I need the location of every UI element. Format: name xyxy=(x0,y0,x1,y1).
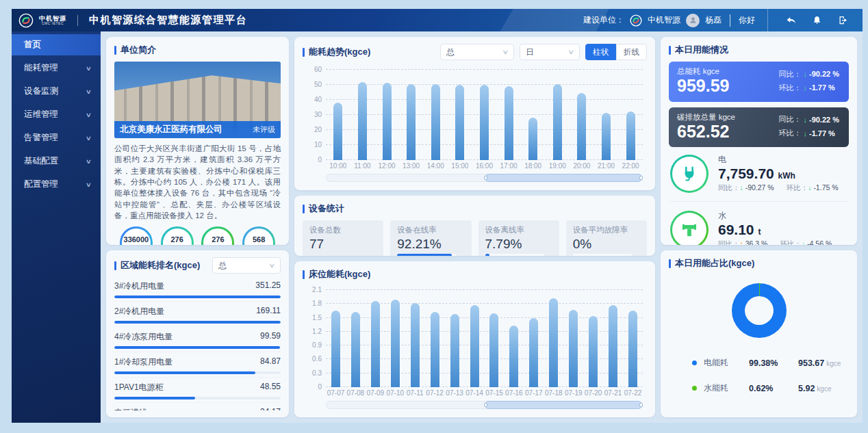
platform-title: 中机智源综合智慧能源管理平台 xyxy=(89,14,247,27)
top-header: 中机智源 CMC IETEC 中机智源综合智慧能源管理平台 建设单位： 中机智源… xyxy=(12,9,863,31)
carbon-yoy-value: -90.22 % xyxy=(809,116,839,124)
x-axis-labels: 10:0011:0012:0013:0014:0015:0016:0017:00… xyxy=(326,162,643,170)
intro-stat-0: 336000㎡建筑面积 xyxy=(116,226,157,245)
data-zoom-window[interactable] xyxy=(485,401,643,409)
ranking-row: 3#冷机用电量351.25 xyxy=(114,276,281,302)
chevron-down-icon: ∨ xyxy=(86,88,92,95)
sidebar-item-4[interactable]: 告警管理∨ xyxy=(12,127,101,148)
sidebar-item-label: 能耗管理 xyxy=(24,62,58,74)
sidebar-item-1[interactable]: 能耗管理∨ xyxy=(12,57,101,79)
arrow-down-icon: ↓ xyxy=(803,83,807,92)
chevron-down-icon: ∨ xyxy=(502,49,509,55)
water-label: 水 xyxy=(718,210,832,222)
rank-name: 1PAV1电源柜 xyxy=(114,382,164,393)
rank-name: 4#冷冻泵用电量 xyxy=(114,331,173,343)
line-view-button[interactable]: 折线 xyxy=(616,44,647,60)
notification-bell-icon[interactable] xyxy=(806,14,827,27)
sidebar-item-6[interactable]: 配置管理∨ xyxy=(12,174,101,195)
chart-bar xyxy=(431,312,439,387)
y-axis-label: 2.1 xyxy=(304,286,322,293)
chart-bar xyxy=(331,311,340,387)
ranking-filter-select[interactable]: 总 ∨ xyxy=(212,257,281,274)
total-energy-kpi: 总能耗 kgce 959.59 同比：↓-90.22 % 环比：↓-1.77 % xyxy=(669,62,849,102)
sidebar-item-label: 基础配置 xyxy=(24,155,58,167)
carbon-label: 碳排放总量 xyxy=(677,113,717,121)
x-axis-label: 12:00 xyxy=(374,162,399,170)
electric-mom: -1.75 % xyxy=(813,183,838,192)
legend-value: 5.92kgce xyxy=(798,384,831,393)
x-axis-label: 20:00 xyxy=(570,162,594,170)
y-axis-label: 0.9 xyxy=(304,341,322,349)
x-axis-label: 07-15 xyxy=(485,389,505,397)
electric-row: 电 7,759.70 kWh 同比：↓ -90.27 % 环比：↓ -1.75 … xyxy=(669,147,849,200)
device-stats-card: 设备统计 设备总数77设备在线率92.21%设备离线率7.79%设备平均故障率0… xyxy=(294,196,655,256)
mom-label: 环比： xyxy=(780,239,802,245)
chart-bar xyxy=(391,300,400,387)
company-description: 公司位于大兴区兴丰街道广阳大街 15 号，占地面积约 2.3 万平方米，建筑面积… xyxy=(114,143,281,221)
chart-bar xyxy=(489,313,498,387)
x-axis-label: 16:00 xyxy=(472,162,497,170)
x-axis-label: 07-09 xyxy=(366,389,385,397)
sidebar-item-2[interactable]: 设备监测∨ xyxy=(12,81,101,102)
user-name[interactable]: 杨磊 xyxy=(705,14,722,26)
x-axis-label: 15:00 xyxy=(448,162,472,170)
y-axis-label: 0.3 xyxy=(304,369,322,377)
rank-value: 169.11 xyxy=(256,306,281,317)
rank-bar-fill xyxy=(114,296,281,298)
chart-bar xyxy=(577,93,586,160)
x-axis-label: 18:00 xyxy=(521,162,546,170)
bar-view-button[interactable]: 柱状 xyxy=(585,44,616,60)
logout-icon[interactable] xyxy=(832,14,853,27)
legend-name: 电能耗 xyxy=(704,357,749,369)
water-row: 水 69.10 t 同比：↑ 36.3 % 环比：↓ -4.56 % xyxy=(669,203,849,245)
x-axis-label: 11:00 xyxy=(350,162,375,170)
y-axis-label: 0 xyxy=(304,383,322,391)
divider xyxy=(669,201,849,202)
x-axis-label: 07-08 xyxy=(346,389,366,397)
device-stat-label: 设备离线率 xyxy=(485,225,552,235)
ranking-row: 2#冷机用电量169.11 xyxy=(114,302,281,327)
electric-unit: kWh xyxy=(778,171,795,181)
chart-bar xyxy=(628,311,637,387)
x-axis-label: 07-20 xyxy=(583,389,603,397)
x-axis-label: 19:00 xyxy=(545,162,570,170)
legend-unit: kgce xyxy=(817,385,831,393)
data-zoom-window[interactable] xyxy=(485,174,643,182)
rank-value: 34.17 xyxy=(260,407,281,410)
chart-bar xyxy=(505,86,513,160)
stat-value: 276 xyxy=(212,236,224,244)
x-axis-label: 10:00 xyxy=(326,162,350,170)
carbon-kpi: 碳排放总量 kgce 652.52 同比：↓-90.22 % 环比：↓-1.77… xyxy=(669,107,849,148)
data-zoom-slider[interactable] xyxy=(326,174,643,182)
y-axis-label: 60 xyxy=(304,66,322,73)
sidebar-item-0[interactable]: 首页 xyxy=(12,34,101,55)
x-axis-label: 13:00 xyxy=(399,162,424,170)
user-avatar[interactable] xyxy=(686,14,700,27)
rank-bar-track xyxy=(114,346,281,349)
company-name: 北京美康永正医药有限公司 xyxy=(120,124,222,135)
chart-bar xyxy=(626,111,635,161)
trend-period-select[interactable]: 日 ∨ xyxy=(520,44,580,60)
legend-value: 953.67kgce xyxy=(798,358,841,368)
x-axis-label: 07-10 xyxy=(385,389,405,397)
builder-name: 中机智源 xyxy=(648,14,680,26)
sidebar-item-3[interactable]: 运维管理∨ xyxy=(12,104,101,125)
legend-percent: 99.38% xyxy=(749,358,798,368)
sidebar-item-5[interactable]: 基础配置∨ xyxy=(12,150,101,172)
bed-bar-chart: 00.30.60.91.21.51.82.107-0707-0807-0907-… xyxy=(303,280,647,410)
rank-name: 1#冷却泵用电量 xyxy=(114,356,173,368)
device-stat-value: 7.79% xyxy=(485,237,552,252)
rank-bar-track xyxy=(114,371,281,374)
chart-bar xyxy=(450,314,459,387)
chart-bar xyxy=(528,118,537,160)
main-content: 单位简介 北京美康永正医药有限公司 未评级 公司位于大兴区兴丰街道广阳大街 15… xyxy=(101,31,863,423)
water-mom: -4.56 % xyxy=(807,239,832,245)
icons-divider xyxy=(767,9,768,31)
trend-bar-chart: 010203040506010:0011:0012:0013:0014:0015… xyxy=(303,60,647,183)
total-mom-value: -1.77 % xyxy=(809,83,835,92)
trend-type-select[interactable]: 总 ∨ xyxy=(440,44,514,60)
data-zoom-slider[interactable] xyxy=(326,401,643,409)
chart-bar xyxy=(549,298,558,388)
rank-bar-fill xyxy=(114,397,195,399)
back-icon[interactable] xyxy=(780,14,801,27)
